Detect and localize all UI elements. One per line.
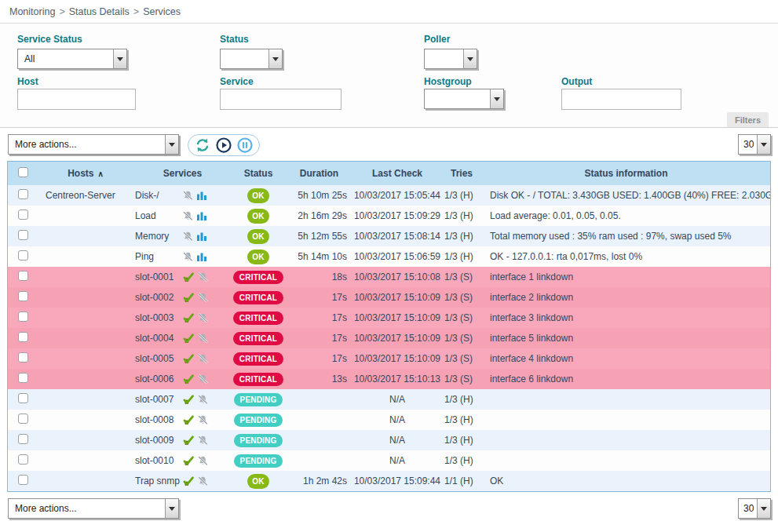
row-checkbox[interactable] — [18, 291, 28, 301]
host-cell[interactable] — [38, 287, 133, 308]
status-badge: OK — [247, 188, 268, 203]
service-name[interactable]: slot-0006 — [133, 373, 182, 384]
row-checkbox[interactable] — [18, 230, 28, 240]
host-cell[interactable] — [38, 246, 133, 267]
row-checkbox[interactable] — [18, 352, 28, 363]
refresh-icon[interactable] — [194, 137, 211, 154]
last-check-cell: 10/03/2017 15:10:09 — [353, 287, 441, 308]
breadcrumb-item-status-details[interactable]: Status Details — [69, 6, 130, 17]
row-checkbox[interactable] — [18, 250, 28, 261]
host-cell[interactable]: Centreon-Server — [38, 185, 133, 206]
host-cell[interactable] — [38, 206, 133, 226]
service-status-value: All — [18, 49, 113, 68]
host-cell[interactable] — [38, 328, 133, 348]
host-cell[interactable] — [38, 450, 133, 471]
service-name[interactable]: slot-0007 — [133, 394, 182, 405]
output-input[interactable] — [561, 89, 681, 110]
select-all-checkbox[interactable] — [18, 167, 28, 177]
service-status-select[interactable]: All — [17, 49, 127, 69]
col-status-information[interactable]: Status information — [482, 162, 770, 185]
col-duration[interactable]: Duration — [285, 162, 353, 185]
row-checkbox[interactable] — [18, 189, 28, 199]
col-services[interactable]: Services — [133, 162, 232, 185]
row-checkbox[interactable] — [18, 393, 28, 403]
service-name[interactable]: slot-0009 — [133, 435, 182, 446]
service-name[interactable]: slot-0004 — [133, 333, 182, 344]
row-checkbox[interactable] — [18, 373, 28, 383]
page-size-select-bottom[interactable]: 30 — [738, 498, 771, 519]
col-tries[interactable]: Tries — [441, 162, 482, 185]
hostgroup-select[interactable] — [424, 89, 504, 109]
status-value — [221, 49, 268, 68]
col-hosts[interactable]: Hosts∧ — [38, 162, 133, 185]
host-cell[interactable] — [38, 226, 133, 246]
table-row: slot-0003 CRITICAL 17s 10/03/2017 15:10:… — [8, 308, 770, 328]
duration-cell: 2h 16m 29s — [285, 206, 353, 226]
host-cell[interactable] — [38, 410, 133, 430]
host-cell[interactable] — [38, 430, 133, 450]
breadcrumb-item-services[interactable]: Services — [143, 6, 181, 17]
col-last-check[interactable]: Last Check — [353, 162, 441, 185]
service-name[interactable]: slot-0005 — [133, 353, 182, 364]
table-row: Ping OK 5h 14m 10s 10/03/2017 15:06:59 1… — [8, 246, 770, 267]
status-cell: CRITICAL — [232, 369, 285, 389]
table-row: slot-0008 PENDING N/A 1/3 (H) — [8, 410, 770, 430]
last-check-cell: N/A — [353, 410, 441, 430]
host-cell[interactable] — [38, 348, 133, 369]
service-cell: slot-0007 — [133, 389, 232, 410]
host-cell[interactable] — [38, 471, 133, 491]
bar-chart-icon[interactable] — [196, 210, 207, 221]
filters-tab[interactable]: Filters — [727, 112, 769, 127]
row-checkbox[interactable] — [18, 210, 28, 220]
muted-bell-icon — [197, 312, 209, 324]
row-checkbox[interactable] — [18, 271, 28, 281]
tries-cell: 1/3 (H) — [441, 226, 482, 246]
bar-chart-icon[interactable] — [196, 251, 207, 262]
check-icon — [182, 333, 195, 344]
host-cell[interactable] — [38, 389, 133, 410]
play-icon[interactable] — [215, 137, 232, 154]
row-checkbox[interactable] — [18, 454, 28, 465]
breadcrumb-separator: > — [59, 6, 64, 17]
service-name[interactable]: Ping — [133, 251, 182, 262]
host-input[interactable] — [17, 89, 136, 110]
row-checkbox[interactable] — [18, 332, 28, 342]
service-name[interactable]: Trap snmp — [133, 476, 182, 486]
col-status[interactable]: Status — [232, 162, 285, 185]
breadcrumb-item-monitoring[interactable]: Monitoring — [9, 6, 55, 17]
table-row: Memory OK 5h 12m 55s 10/03/2017 15:08:14… — [8, 226, 770, 246]
service-name[interactable]: slot-0001 — [133, 271, 182, 282]
service-name[interactable]: Disk-/ — [133, 190, 182, 201]
row-checkbox[interactable] — [18, 434, 28, 444]
bar-chart-icon[interactable] — [196, 190, 207, 201]
host-cell[interactable] — [38, 267, 133, 287]
service-name[interactable]: Load — [133, 210, 182, 221]
tries-cell: 1/3 (S) — [441, 328, 482, 348]
status-information-cell: OK - 127.0.0.1: rta 0,017ms, lost 0% — [482, 246, 770, 267]
pause-icon[interactable] — [236, 137, 254, 154]
service-name[interactable]: Memory — [133, 231, 182, 242]
service-name[interactable]: slot-0008 — [133, 414, 182, 425]
more-actions-select[interactable]: More actions... — [8, 134, 179, 155]
service-input[interactable] — [220, 89, 342, 110]
chevron-down-icon — [165, 499, 178, 518]
table-row: slot-0005 CRITICAL 17s 10/03/2017 15:10:… — [8, 348, 770, 369]
check-icon — [182, 312, 195, 324]
row-checkbox[interactable] — [18, 475, 28, 485]
service-name[interactable]: slot-0002 — [133, 292, 182, 303]
bar-chart-icon[interactable] — [196, 231, 207, 242]
status-select[interactable] — [220, 49, 283, 69]
service-name[interactable]: slot-0003 — [133, 312, 182, 323]
service-name[interactable]: slot-0010 — [133, 455, 182, 466]
more-actions-select-bottom[interactable]: More actions... — [8, 498, 179, 519]
duration-cell: 17s — [285, 328, 353, 348]
poller-select[interactable] — [424, 49, 477, 69]
host-cell[interactable] — [38, 308, 133, 328]
row-checkbox[interactable] — [18, 414, 28, 424]
status-cell: PENDING — [232, 410, 285, 430]
host-cell[interactable] — [38, 369, 133, 389]
row-checkbox[interactable] — [18, 312, 28, 322]
page-size-select-top[interactable]: 30 — [738, 134, 771, 155]
status-badge: OK — [247, 474, 268, 489]
status-badge: PENDING — [234, 393, 283, 406]
